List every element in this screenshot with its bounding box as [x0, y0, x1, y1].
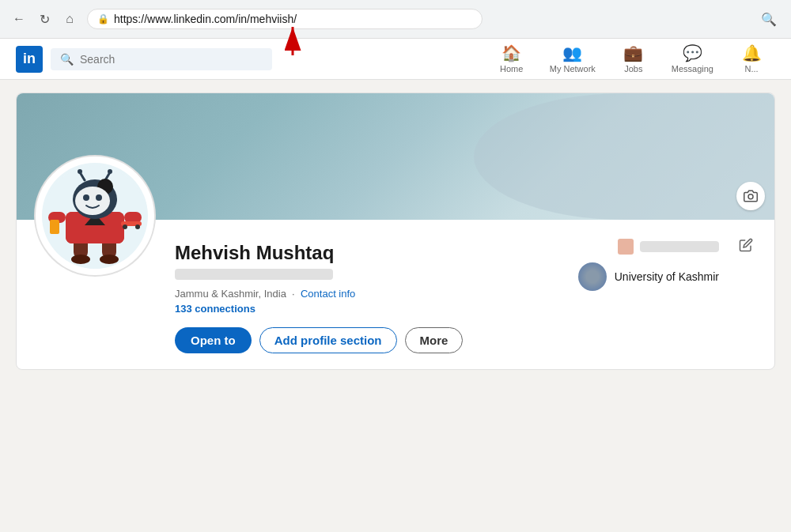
more-button[interactable]: More — [405, 327, 464, 353]
nav-item-home[interactable]: 🏠 Home — [488, 39, 536, 80]
headline-placeholder — [175, 269, 333, 280]
svg-point-22 — [75, 187, 110, 215]
badge-icon-placeholder — [618, 239, 634, 255]
messaging-icon: 💬 — [683, 43, 702, 62]
nav-item-notifications[interactable]: 🔔 N... — [728, 39, 775, 80]
notifications-icon: 🔔 — [742, 43, 762, 62]
profile-card: University of Kashmir Mehvish Mushtaq Ja… — [16, 92, 775, 370]
search-input[interactable] — [80, 53, 254, 66]
nav-item-network[interactable]: 👥 My Network — [539, 39, 607, 80]
svg-point-23 — [83, 194, 89, 201]
nav-search-box[interactable]: 🔍 — [51, 48, 272, 70]
address-bar-container[interactable]: 🔒 — [87, 9, 483, 29]
profile-page: University of Kashmir Mehvish Mushtaq Ja… — [0, 92, 791, 370]
svg-point-24 — [96, 194, 102, 201]
svg-point-20 — [108, 169, 112, 174]
nav-item-messaging[interactable]: 💬 Messaging — [660, 39, 725, 80]
svg-point-18 — [78, 169, 82, 174]
profile-actions: Open to Add profile section More — [175, 327, 755, 353]
university-info[interactable]: University of Kashmir — [578, 262, 719, 291]
address-bar[interactable] — [114, 13, 472, 25]
jobs-icon: 💼 — [623, 43, 643, 62]
search-icon: 🔍 — [60, 53, 74, 66]
linkedin-navbar: in 🔍 🏠 Home 👥 My Network 💼 Jobs 💬 Messag… — [0, 39, 791, 80]
add-profile-section-button[interactable]: Add profile section — [259, 327, 397, 353]
svg-point-2 — [748, 194, 753, 199]
university-logo — [578, 262, 607, 291]
lock-icon: 🔒 — [97, 13, 109, 25]
nav-items: 🏠 Home 👥 My Network 💼 Jobs 💬 Messaging 🔔… — [488, 39, 775, 80]
profile-info: University of Kashmir Mehvish Mushtaq Ja… — [17, 220, 774, 369]
browser-toolbar: ← ↻ ⌂ 🔒 🔍 — [0, 0, 791, 38]
jobs-label: Jobs — [624, 64, 642, 74]
browser-chrome: ← ↻ ⌂ 🔒 🔍 — [0, 0, 791, 39]
placeholder-badge — [618, 239, 719, 255]
back-button[interactable]: ← — [9, 9, 28, 28]
network-icon: 👥 — [562, 43, 582, 62]
home-icon: 🏠 — [501, 43, 521, 62]
cover-camera-button[interactable] — [736, 182, 765, 210]
contact-info-link[interactable]: Contact info — [301, 288, 355, 300]
notifications-label: N... — [744, 64, 758, 74]
browser-search-button[interactable]: 🔍 — [756, 6, 782, 32]
profile-right-sidebar: University of Kashmir — [578, 239, 719, 291]
network-label: My Network — [550, 64, 596, 74]
open-to-button[interactable]: Open to — [175, 327, 252, 353]
nav-buttons: ← ↻ ⌂ — [9, 9, 79, 28]
edit-profile-button[interactable] — [733, 232, 759, 258]
linkedin-logo[interactable]: in — [16, 46, 43, 73]
home-label: Home — [500, 64, 523, 74]
badge-text-placeholder — [640, 241, 719, 252]
cover-shape — [474, 93, 774, 220]
connections-count[interactable]: 133 connections — [175, 303, 755, 315]
refresh-button[interactable]: ↻ — [35, 9, 54, 28]
university-name: University of Kashmir — [615, 270, 719, 283]
home-button[interactable]: ⌂ — [60, 9, 79, 28]
nav-item-jobs[interactable]: 💼 Jobs — [610, 39, 657, 80]
messaging-label: Messaging — [672, 64, 713, 74]
